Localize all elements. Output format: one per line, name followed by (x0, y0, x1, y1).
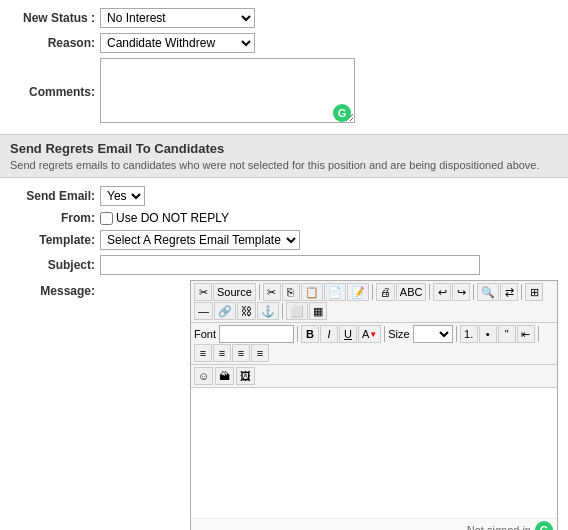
toolbar-redo-btn[interactable]: ↪ (452, 283, 470, 301)
toolbar-sep-1 (259, 284, 260, 300)
do-not-reply-text: Use DO NOT REPLY (116, 211, 229, 225)
new-status-row: New Status : No Interest Active Hired Re… (10, 8, 558, 28)
message-editor: ✂ Source ✂ ⎘ 📋 📄 📝 🖨 ABC ↩ ↪ 🔍 ⇄ (190, 280, 558, 530)
send-email-row: Send Email: Yes No (10, 186, 558, 206)
toolbar-hr-btn[interactable]: — (194, 302, 213, 320)
emoticon-btn[interactable]: ☺ (194, 367, 213, 385)
template-select[interactable]: Select A Regrets Email Template... (100, 230, 300, 250)
comments-textarea[interactable] (100, 58, 355, 123)
toolbar-row-3: ☺ 🏔 🖼 (191, 365, 557, 388)
template-label: Template: (10, 233, 100, 247)
toolbar-sep-7 (297, 326, 298, 342)
indent-out-btn[interactable]: ⇤ (517, 325, 535, 343)
toolbar-anchor-btn[interactable]: ⚓ (257, 302, 279, 320)
toolbar-table2-btn[interactable]: ⬜ (286, 302, 308, 320)
toolbar-undo-btn[interactable]: ↩ (433, 283, 451, 301)
comments-label: Comments: (10, 85, 100, 99)
send-email-select[interactable]: Yes No (100, 186, 145, 206)
toolbar-row-2: Font B I U A▼ Size 1. • " ⇤ ≡ ≡ (191, 323, 557, 365)
toolbar-find-btn[interactable]: 🔍 (477, 283, 499, 301)
font-input[interactable] (219, 325, 294, 343)
toolbar-print-btn[interactable]: 🖨 (376, 283, 395, 301)
toolbar-cut-btn[interactable]: ✂ (194, 283, 212, 301)
toolbar-paste3-btn[interactable]: 📝 (347, 283, 369, 301)
image-btn[interactable]: 🏔 (215, 367, 234, 385)
toolbar-link-btn[interactable]: 🔗 (214, 302, 236, 320)
from-label: From: (10, 211, 100, 225)
message-row: Message: ✂ Source ✂ ⎘ 📋 📄 📝 🖨 ABC ↩ ↪ (10, 280, 558, 530)
ul-btn[interactable]: • (479, 325, 497, 343)
regrets-section-divider: Send Regrets Email To Candidates Send re… (0, 134, 568, 178)
main-container: New Status : No Interest Active Hired Re… (0, 0, 568, 530)
send-email-label: Send Email: (10, 189, 100, 203)
toolbar-spell-btn[interactable]: ABC (396, 283, 427, 301)
regrets-section-desc: Send regrets emails to candidates who we… (10, 159, 558, 171)
grammarly-icon-editor: G (535, 521, 553, 530)
ol-btn[interactable]: 1. (460, 325, 478, 343)
underline-btn[interactable]: U (339, 325, 357, 343)
media-btn[interactable]: 🖼 (236, 367, 255, 385)
toolbar-table-btn[interactable]: ⊞ (525, 283, 543, 301)
template-row: Template: Select A Regrets Email Templat… (10, 230, 558, 250)
toolbar-sep-9 (456, 326, 457, 342)
subject-row: Subject: (10, 255, 558, 275)
size-select[interactable] (413, 325, 453, 343)
reason-label: Reason: (10, 36, 100, 50)
subject-input[interactable] (100, 255, 480, 275)
from-row: From: Use DO NOT REPLY (10, 211, 558, 225)
new-status-label: New Status : (10, 11, 100, 25)
reason-select[interactable]: Candidate Withdrew Not Qualified Positio… (100, 33, 255, 53)
comments-wrap: G (100, 58, 355, 126)
grammarly-icon-comments: G (333, 104, 351, 122)
editor-content-area[interactable] (191, 388, 557, 518)
new-status-select[interactable]: No Interest Active Hired Rejected (100, 8, 255, 28)
toolbar-copy-btn[interactable]: ⎘ (282, 283, 300, 301)
toolbar-paste2-btn[interactable]: 📄 (324, 283, 346, 301)
do-not-reply-label[interactable]: Use DO NOT REPLY (100, 211, 229, 225)
toolbar-row-1: ✂ Source ✂ ⎘ 📋 📄 📝 🖨 ABC ↩ ↪ 🔍 ⇄ (191, 281, 557, 323)
toolbar-replace-btn[interactable]: ⇄ (500, 283, 518, 301)
align-right-btn[interactable]: ≡ (232, 344, 250, 362)
align-justify-btn[interactable]: ≡ (251, 344, 269, 362)
subject-label: Subject: (10, 258, 100, 272)
toolbar-table3-btn[interactable]: ▦ (309, 302, 327, 320)
toolbar-sep-8 (384, 326, 385, 342)
align-center-btn[interactable]: ≡ (213, 344, 231, 362)
bold-btn[interactable]: B (301, 325, 319, 343)
font-label: Font (194, 328, 216, 340)
comments-row: Comments: G (10, 58, 558, 126)
italic-btn[interactable]: I (320, 325, 338, 343)
toolbar-sep-4 (473, 284, 474, 300)
reason-row: Reason: Candidate Withdrew Not Qualified… (10, 33, 558, 53)
blockquote-btn[interactable]: " (498, 325, 516, 343)
toolbar-sep-3 (429, 284, 430, 300)
toolbar-sep-10 (538, 326, 539, 342)
toolbar-unlink-btn[interactable]: ⛓ (237, 302, 256, 320)
do-not-reply-checkbox[interactable] (100, 212, 113, 225)
not-signed-in-text: Not signed in (467, 524, 531, 530)
align-left-btn[interactable]: ≡ (194, 344, 212, 362)
font-color-btn[interactable]: A▼ (358, 325, 381, 343)
toolbar-paste-btn[interactable]: 📋 (301, 283, 323, 301)
toolbar-sep-2 (372, 284, 373, 300)
toolbar-sep-6 (282, 303, 283, 319)
message-label: Message: (10, 284, 100, 298)
toolbar-source-btn[interactable]: Source (213, 283, 256, 301)
size-label: Size (388, 328, 409, 340)
toolbar-sep-5 (521, 284, 522, 300)
editor-bottom-bar: Not signed in G (191, 518, 557, 530)
toolbar-cut2-btn[interactable]: ✂ (263, 283, 281, 301)
regrets-section-title: Send Regrets Email To Candidates (10, 141, 558, 156)
